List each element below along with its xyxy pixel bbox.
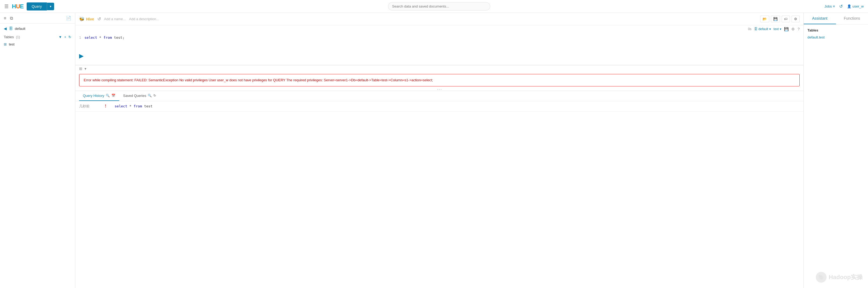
time-value: 0s bbox=[748, 27, 751, 31]
assistant-tab-label: Assistant bbox=[812, 16, 827, 21]
query-history-label: Query History bbox=[83, 94, 104, 98]
code-space-1: * bbox=[99, 35, 103, 39]
search-saved-icon[interactable]: 🔍 bbox=[148, 94, 152, 97]
hamburger-icon[interactable]: ☰ bbox=[4, 3, 9, 9]
refresh-saved-icon[interactable]: ↻ bbox=[153, 94, 156, 97]
code-content: select * from test; bbox=[85, 35, 125, 39]
db-selector-dropdown[interactable]: 🗄 default ▾ bbox=[754, 27, 771, 31]
main-layout: ≡ ⧉ 📄 ◀ 🗄 default Tables (1) ▼ + ↻ ⊞ tes… bbox=[0, 13, 868, 288]
table-item[interactable]: ⊞ test bbox=[0, 41, 75, 48]
history-table: 几秒前 ! select * from test bbox=[75, 101, 803, 112]
db-name-meta: default bbox=[758, 27, 768, 31]
right-table-item[interactable]: default.test bbox=[807, 34, 864, 40]
refresh-tables-icon[interactable]: ↻ bbox=[68, 35, 71, 39]
left-sidebar: ≡ ⧉ 📄 ◀ 🗄 default Tables (1) ▼ + ↻ ⊞ tes… bbox=[0, 13, 75, 288]
history-kw-from: from bbox=[133, 104, 142, 108]
keyword-select: select bbox=[85, 35, 97, 39]
history-query-text: select * from test bbox=[115, 104, 800, 108]
history-table-name: test bbox=[144, 104, 153, 108]
help-icon[interactable]: ? bbox=[798, 27, 800, 31]
history-row[interactable]: 几秒前 ! select * from test bbox=[75, 101, 803, 112]
saved-queries-label: Saved Queries bbox=[123, 94, 146, 98]
query-dropdown-button[interactable]: ▾ bbox=[47, 3, 54, 10]
table-name: test bbox=[9, 42, 14, 46]
tab-saved-queries[interactable]: Saved Queries 🔍 ↻ bbox=[119, 91, 160, 101]
tab-query-history[interactable]: Query History 🔍 📅 bbox=[79, 91, 119, 101]
navbar: ☰ HUE Query ▾ Jobs ≡ ↺ 👤 user_w bbox=[0, 0, 868, 13]
right-tabs: Assistant Functions bbox=[804, 13, 868, 25]
jobs-list-icon: ≡ bbox=[833, 4, 835, 8]
tag-button[interactable]: 🏷 bbox=[782, 16, 790, 22]
global-search-input[interactable] bbox=[388, 2, 490, 10]
search-history-icon[interactable]: 🔍 bbox=[106, 94, 110, 97]
username-label: user_w bbox=[852, 4, 864, 8]
layers-icon[interactable]: ≡ bbox=[4, 16, 6, 21]
jobs-label: Jobs bbox=[825, 4, 832, 8]
history-time: 几秒前 bbox=[79, 104, 101, 109]
error-panel: Error while compiling statement: FAILED:… bbox=[79, 74, 800, 86]
jobs-link[interactable]: Jobs ≡ bbox=[825, 4, 835, 8]
editor-toolbar: 🐝 Hive ↺ Add a name... Add a description… bbox=[75, 13, 803, 25]
tables-label: Tables bbox=[4, 35, 14, 39]
navbar-right: Jobs ≡ ↺ 👤 user_w bbox=[825, 4, 864, 9]
add-table-icon[interactable]: + bbox=[64, 35, 66, 39]
editor-history-icon[interactable]: ↺ bbox=[97, 17, 101, 22]
open-file-button[interactable]: 📂 bbox=[760, 16, 769, 22]
resize-handle[interactable]: • • • bbox=[75, 89, 803, 91]
user-menu[interactable]: 👤 user_w bbox=[847, 4, 864, 8]
calendar-icon[interactable]: 📅 bbox=[112, 94, 116, 97]
format-dropdown-arrow: ▾ bbox=[780, 27, 781, 31]
hive-icon: 🐝 bbox=[79, 17, 85, 22]
database-name[interactable]: default bbox=[15, 27, 25, 31]
tab-functions[interactable]: Functions bbox=[836, 13, 868, 24]
copy-icon[interactable]: ⧉ bbox=[10, 16, 13, 21]
filter-icon[interactable]: ▼ bbox=[59, 35, 62, 39]
file-icon[interactable]: 📄 bbox=[66, 16, 71, 21]
right-content: Tables default.test bbox=[804, 25, 868, 44]
format-value: text bbox=[774, 27, 779, 31]
expand-icon[interactable]: ⊞ bbox=[79, 66, 82, 71]
back-arrow-icon[interactable]: ◀ bbox=[4, 26, 7, 31]
database-icon: 🗄 bbox=[9, 26, 13, 31]
query-btn-group: Query ▾ bbox=[27, 2, 54, 10]
table-grid-icon: ⊞ bbox=[4, 42, 7, 46]
code-editor[interactable]: 1 select * from test; ▶ bbox=[75, 33, 803, 65]
tab-assistant[interactable]: Assistant bbox=[804, 13, 836, 24]
add-name-field[interactable]: Add a name... bbox=[104, 17, 126, 21]
settings-button[interactable]: ⚙ bbox=[792, 16, 800, 22]
history-kw-select: select bbox=[115, 104, 127, 108]
navbar-left: ☰ HUE Query ▾ bbox=[4, 2, 54, 10]
error-message: Error while compiling statement: FAILED:… bbox=[84, 78, 433, 82]
toolbar-right: 📂 💾 🏷 ⚙ bbox=[760, 16, 800, 22]
tables-actions: ▼ + ↻ bbox=[59, 35, 71, 39]
save-file-button[interactable]: 💾 bbox=[771, 16, 780, 22]
editor-bottom-bar: ⊞ ▾ bbox=[75, 65, 803, 72]
query-editor-area: 0s 🗄 default ▾ text ▾ 💾 ⚙ ? 1 bbox=[75, 25, 803, 288]
chevron-down-icon[interactable]: ▾ bbox=[85, 66, 86, 71]
db-dropdown-arrow: ▾ bbox=[769, 27, 771, 31]
user-icon: 👤 bbox=[847, 4, 851, 8]
editor-meta-bar: 0s 🗄 default ▾ text ▾ 💾 ⚙ ? bbox=[75, 25, 803, 33]
keyword-from: from bbox=[103, 35, 112, 39]
settings-meta-icon[interactable]: ⚙ bbox=[791, 27, 795, 31]
activity-history-icon[interactable]: ↺ bbox=[839, 4, 843, 9]
logo-accent: U bbox=[16, 3, 20, 10]
format-selector[interactable]: text ▾ bbox=[774, 27, 781, 31]
db-selector: ◀ 🗄 default bbox=[0, 24, 75, 33]
code-line-1: 1 select * from test; bbox=[75, 35, 803, 40]
db-icon-meta: 🗄 bbox=[754, 27, 757, 31]
run-query-button[interactable]: ▶ bbox=[79, 53, 84, 59]
engine-name: Hive bbox=[86, 17, 94, 21]
functions-tab-label: Functions bbox=[844, 16, 860, 21]
sidebar-icons-bar: ≡ ⧉ 📄 bbox=[0, 13, 75, 24]
execution-time: 0s bbox=[748, 27, 751, 31]
add-description-field[interactable]: Add a description... bbox=[129, 17, 159, 21]
center-content: 🐝 Hive ↺ Add a name... Add a description… bbox=[75, 13, 803, 288]
tables-header: Tables (1) ▼ + ↻ bbox=[0, 33, 75, 41]
query-button[interactable]: Query bbox=[27, 2, 46, 10]
history-query-rest: * bbox=[129, 104, 134, 108]
bottom-panel: Query History 🔍 📅 Saved Queries 🔍 ↻ 几秒前 … bbox=[75, 91, 803, 112]
code-space-2: test; bbox=[114, 35, 125, 39]
line-number-1: 1 bbox=[79, 36, 85, 39]
download-results-icon[interactable]: 💾 bbox=[784, 27, 788, 31]
